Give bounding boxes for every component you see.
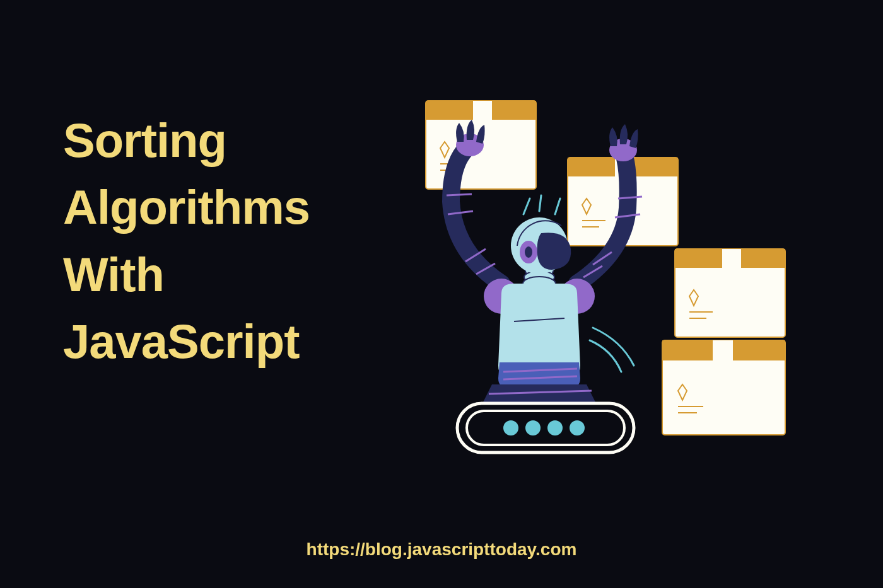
robot-head-icon — [511, 217, 571, 274]
svg-point-48 — [525, 420, 541, 435]
footer-url: https://blog.javascripttoday.com — [307, 539, 577, 560]
robot-illustration — [391, 88, 833, 479]
svg-rect-12 — [722, 249, 741, 268]
title-block: Sorting Algorithms With JavaScript — [63, 107, 391, 376]
motion-arc-icon — [590, 328, 634, 372]
svg-line-21 — [539, 195, 541, 211]
svg-line-20 — [523, 199, 530, 214]
svg-point-50 — [570, 420, 585, 435]
hero-banner: Sorting Algorithms With JavaScript — [0, 0, 883, 588]
svg-point-49 — [547, 420, 563, 435]
motion-lines-icon — [523, 195, 560, 214]
svg-point-43 — [525, 246, 532, 258]
robot-body-icon — [484, 265, 595, 388]
robot-base-icon — [457, 384, 634, 453]
svg-rect-2 — [473, 101, 492, 120]
svg-rect-17 — [713, 340, 733, 360]
svg-line-24 — [447, 194, 472, 195]
box-stack-lower-icon — [662, 340, 785, 435]
box-stack-upper-icon — [675, 249, 785, 337]
svg-point-47 — [503, 420, 518, 435]
main-title: Sorting Algorithms With JavaScript — [63, 107, 391, 376]
svg-line-22 — [555, 199, 560, 214]
svg-rect-46 — [467, 411, 624, 445]
